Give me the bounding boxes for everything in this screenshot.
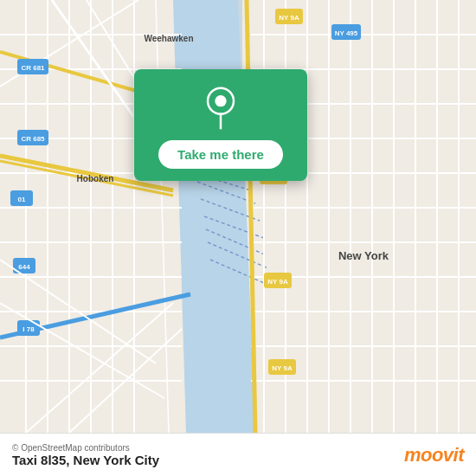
moovit-text: moovit (404, 444, 464, 466)
svg-text:NY 495: NY 495 (335, 29, 358, 37)
svg-text:NY 9A: NY 9A (279, 14, 299, 22)
svg-point-89 (215, 95, 226, 106)
bottom-left: © OpenStreetMap contributors Taxi 8l35, … (12, 443, 159, 467)
svg-text:Hoboken: Hoboken (77, 174, 114, 183)
take-me-there-button[interactable]: Take me there (158, 140, 283, 169)
svg-text:New York: New York (338, 249, 389, 262)
svg-text:CR 681: CR 681 (21, 64, 45, 72)
bottom-bar: © OpenStreetMap contributors Taxi 8l35, … (0, 433, 476, 476)
location-pin-icon (199, 87, 242, 130)
location-label: Taxi 8l35, New York City (12, 453, 159, 467)
svg-text:Weehawken: Weehawken (144, 34, 193, 43)
svg-text:I 78: I 78 (23, 325, 35, 333)
location-card: Take me there (134, 69, 307, 181)
svg-text:NY 9A: NY 9A (272, 364, 293, 372)
svg-text:NY 9A: NY 9A (267, 278, 288, 286)
svg-text:01: 01 (18, 196, 26, 203)
moovit-logo: moovit (404, 444, 464, 466)
svg-text:644: 644 (18, 263, 30, 271)
map-container: NY 9A NY 495 NY 9A NY 9A NY 9A CR 681 CR… (0, 0, 476, 433)
attribution-text: © OpenStreetMap contributors (12, 443, 159, 453)
map-svg: NY 9A NY 495 NY 9A NY 9A NY 9A CR 681 CR… (0, 0, 476, 433)
svg-text:CR 685: CR 685 (21, 135, 45, 143)
